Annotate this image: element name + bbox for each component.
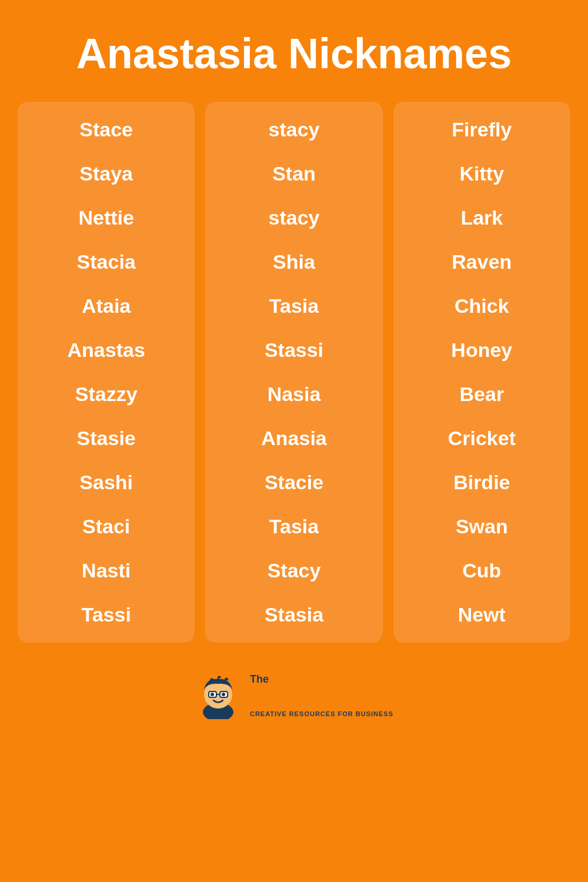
nickname-item: Nasti bbox=[18, 549, 195, 593]
nickname-item: Tasia bbox=[205, 505, 382, 549]
svg-point-5 bbox=[211, 693, 214, 696]
nickname-item: Cub bbox=[393, 549, 570, 593]
nickname-item: Stasie bbox=[18, 416, 195, 460]
nickname-item: Chick bbox=[393, 284, 570, 328]
nickname-item: Kitty bbox=[393, 152, 570, 196]
nickname-item: Cricket bbox=[393, 416, 570, 460]
nickname-item: Stacia bbox=[18, 240, 195, 284]
nickname-item: Stacie bbox=[205, 460, 382, 505]
nickname-item: Ataia bbox=[18, 284, 195, 328]
nickname-column-1: StaceStayaNettieStaciaAtaiaAnastasStazzy… bbox=[18, 102, 195, 643]
brand-name-part1: Brand bbox=[250, 683, 325, 711]
nickname-item: stacy bbox=[205, 196, 382, 240]
brand-tagline: CREATIVE RESOURCES FOR BUSINESS bbox=[250, 710, 393, 717]
nickname-item: Nasia bbox=[205, 372, 382, 416]
nickname-item: Staci bbox=[18, 505, 195, 549]
nickname-item: Swan bbox=[393, 505, 570, 549]
branding-footer: The BrandBoy CREATIVE RESOURCES FOR BUSI… bbox=[195, 666, 393, 743]
nickname-item: Anastas bbox=[18, 328, 195, 372]
nickname-item: Nettie bbox=[18, 196, 195, 240]
nickname-item: Newt bbox=[393, 593, 570, 637]
nickname-item: Firefly bbox=[393, 108, 570, 152]
nickname-column-3: FireflyKittyLarkRavenChickHoneyBearCrick… bbox=[393, 102, 570, 643]
nickname-item: Stazzy bbox=[18, 372, 195, 416]
nickname-item: Sashi bbox=[18, 460, 195, 505]
nickname-item: Stacy bbox=[205, 549, 382, 593]
brand-text: The BrandBoy CREATIVE RESOURCES FOR BUSI… bbox=[250, 674, 393, 717]
nickname-item: Bear bbox=[393, 372, 570, 416]
svg-point-6 bbox=[222, 693, 225, 696]
page-title: Anastasia Nicknames bbox=[41, 0, 547, 102]
nickname-item: Stassi bbox=[205, 328, 382, 372]
nickname-item: Staya bbox=[18, 152, 195, 196]
nickname-item: Tassi bbox=[18, 593, 195, 637]
nickname-item: Tasia bbox=[205, 284, 382, 328]
brand-logo-icon bbox=[195, 672, 242, 719]
nicknames-grid: StaceStayaNettieStaciaAtaiaAnastasStazzy… bbox=[0, 102, 588, 666]
nickname-item: Stasia bbox=[205, 593, 382, 637]
nickname-item: Birdie bbox=[393, 460, 570, 505]
nickname-item: Lark bbox=[393, 196, 570, 240]
nickname-item: Honey bbox=[393, 328, 570, 372]
brand-name: BrandBoy bbox=[250, 684, 393, 710]
brand-name-part2: Boy bbox=[325, 683, 373, 711]
nickname-item: stacy bbox=[205, 108, 382, 152]
nickname-item: Stace bbox=[18, 108, 195, 152]
nickname-item: Stan bbox=[205, 152, 382, 196]
nickname-item: Raven bbox=[393, 240, 570, 284]
nickname-column-2: stacyStanstacyShiaTasiaStassiNasiaAnasia… bbox=[205, 102, 382, 643]
nickname-item: Anasia bbox=[205, 416, 382, 460]
nickname-item: Shia bbox=[205, 240, 382, 284]
